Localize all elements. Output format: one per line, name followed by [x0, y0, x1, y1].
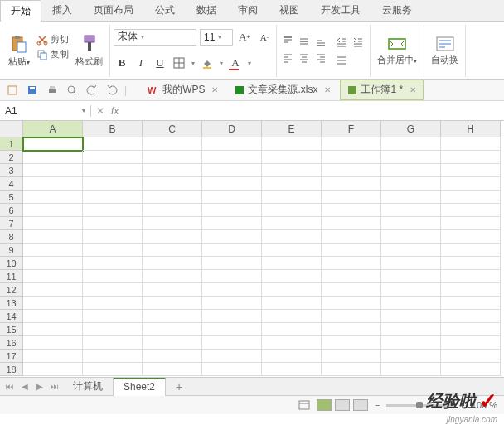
cut-button[interactable]: 剪切 — [35, 32, 70, 46]
decrease-font-button[interactable]: A- — [256, 29, 273, 46]
cell[interactable] — [143, 217, 202, 230]
italic-button[interactable]: I — [133, 55, 149, 71]
column-header[interactable]: F — [322, 121, 381, 137]
cell[interactable] — [322, 283, 381, 297]
cell[interactable] — [262, 137, 322, 151]
cell[interactable] — [202, 350, 262, 363]
cell[interactable] — [23, 177, 83, 191]
row-header[interactable]: 17 — [0, 350, 23, 363]
fx-cancel-icon[interactable]: ✕ — [96, 105, 104, 117]
align-bottom-button[interactable] — [313, 34, 328, 49]
cell[interactable] — [381, 283, 441, 297]
cell[interactable] — [441, 137, 501, 151]
column-header[interactable]: A — [23, 121, 83, 137]
cell[interactable] — [322, 164, 381, 177]
bold-button[interactable]: B — [114, 55, 130, 71]
align-left-button[interactable] — [280, 51, 295, 65]
cell[interactable] — [441, 164, 501, 177]
cell[interactable] — [202, 257, 262, 270]
layout-icon[interactable] — [298, 400, 310, 410]
doc-tab[interactable]: 工作簿1 *✕ — [340, 80, 424, 100]
cell[interactable] — [322, 310, 381, 323]
cell[interactable] — [23, 310, 83, 323]
cell[interactable] — [202, 137, 262, 151]
row-header[interactable]: 6 — [0, 204, 23, 217]
cell[interactable] — [83, 230, 143, 244]
save-icon[interactable] — [25, 83, 40, 98]
cell[interactable] — [381, 151, 441, 164]
cell[interactable] — [262, 270, 322, 283]
wps-home-tab[interactable]: W 我的WPS ✕ — [140, 80, 225, 100]
menu-tab-1[interactable]: 插入 — [41, 0, 83, 21]
cell[interactable] — [441, 191, 501, 204]
fill-color-button[interactable] — [199, 55, 216, 71]
font-color-dropdown[interactable]: ▾ — [246, 55, 253, 71]
cell[interactable] — [322, 137, 381, 151]
row-header[interactable]: 1 — [0, 137, 23, 151]
close-icon[interactable]: ✕ — [324, 85, 331, 94]
row-header[interactable]: 5 — [0, 191, 23, 204]
row-header[interactable]: 2 — [0, 151, 23, 164]
cell[interactable] — [381, 350, 441, 363]
column-header[interactable]: D — [202, 121, 262, 137]
cell[interactable] — [262, 177, 322, 191]
cell[interactable] — [322, 204, 381, 217]
cell[interactable] — [202, 204, 262, 217]
cell[interactable] — [23, 244, 83, 257]
menu-tab-7[interactable]: 开发工具 — [310, 0, 371, 21]
cell[interactable] — [23, 151, 83, 164]
cell[interactable] — [322, 191, 381, 204]
cell[interactable] — [262, 363, 322, 376]
border-button[interactable] — [171, 55, 187, 71]
align-center-button[interactable] — [297, 51, 312, 65]
cell[interactable] — [143, 270, 202, 283]
cell[interactable] — [441, 257, 501, 270]
decrease-indent-button[interactable] — [333, 34, 350, 51]
page-layout-view-button[interactable] — [335, 399, 350, 411]
row-header[interactable]: 3 — [0, 164, 23, 177]
cell[interactable] — [23, 137, 83, 151]
sheet-nav-last-icon[interactable]: ⏭ — [48, 382, 61, 391]
menu-tab-3[interactable]: 公式 — [144, 0, 186, 21]
increase-font-button[interactable]: A+ — [236, 29, 253, 46]
cell[interactable] — [202, 191, 262, 204]
increase-indent-button[interactable] — [350, 34, 366, 51]
cell[interactable] — [262, 204, 322, 217]
cell[interactable] — [23, 230, 83, 244]
cell[interactable] — [381, 257, 441, 270]
cell[interactable] — [143, 151, 202, 164]
row-header[interactable]: 4 — [0, 177, 23, 191]
cell[interactable] — [202, 230, 262, 244]
cell[interactable] — [143, 350, 202, 363]
merge-center-button[interactable]: 合并居中▾ — [374, 34, 420, 68]
cell[interactable] — [83, 336, 143, 350]
sheet-nav-next-icon[interactable]: ▶ — [33, 382, 46, 391]
cell[interactable] — [381, 177, 441, 191]
cell[interactable] — [143, 363, 202, 376]
cell[interactable] — [202, 336, 262, 350]
row-header[interactable]: 9 — [0, 244, 23, 257]
row-header[interactable]: 11 — [0, 270, 23, 283]
cell[interactable] — [143, 191, 202, 204]
cell[interactable] — [262, 230, 322, 244]
cell[interactable] — [381, 363, 441, 376]
select-all-corner[interactable] — [0, 121, 23, 137]
zoom-out-button[interactable]: − — [375, 400, 380, 410]
cell[interactable] — [322, 297, 381, 310]
menu-tab-8[interactable]: 云服务 — [371, 0, 423, 21]
cell[interactable] — [441, 350, 501, 363]
redo-icon[interactable] — [104, 83, 119, 98]
menu-tab-4[interactable]: 数据 — [186, 0, 227, 21]
cell[interactable] — [143, 323, 202, 336]
sheet-nav-first-icon[interactable]: ⏮ — [3, 382, 17, 391]
cell[interactable] — [262, 257, 322, 270]
cell[interactable] — [441, 244, 501, 257]
sheet-tab[interactable]: Sheet2 — [114, 377, 166, 396]
print-preview-icon[interactable] — [65, 83, 80, 98]
cell[interactable] — [441, 297, 501, 310]
row-header[interactable]: 13 — [0, 297, 23, 310]
cell[interactable] — [441, 270, 501, 283]
cell[interactable] — [23, 257, 83, 270]
cell[interactable] — [83, 217, 143, 230]
menu-tab-0[interactable]: 开始 — [0, 0, 41, 22]
